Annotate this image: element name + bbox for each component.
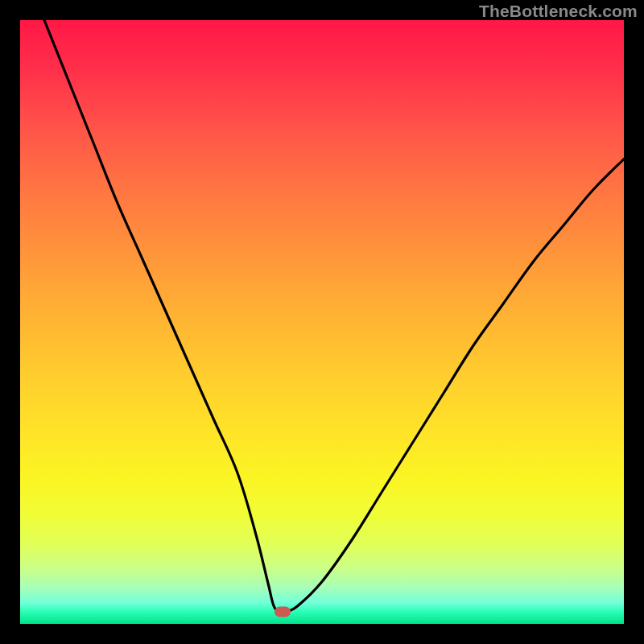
curve-svg: [20, 20, 624, 624]
chart-container: TheBottleneck.com: [0, 0, 644, 644]
bottleneck-curve-path: [44, 20, 624, 613]
plot-area: [20, 20, 624, 624]
minimum-marker: [275, 607, 291, 617]
watermark-text: TheBottleneck.com: [479, 2, 638, 21]
